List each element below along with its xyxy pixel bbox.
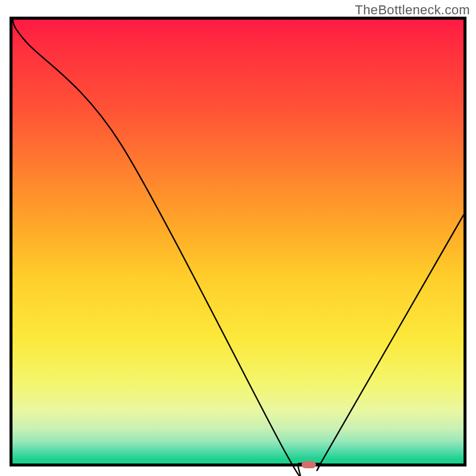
bottleneck-curve-svg — [12, 20, 464, 464]
watermark-label: TheBottleneck.com — [355, 2, 470, 18]
chart-container: TheBottleneck.com — [0, 0, 476, 476]
minimum-marker — [302, 461, 316, 468]
bottleneck-curve — [12, 20, 464, 476]
plot-frame — [10, 17, 466, 466]
